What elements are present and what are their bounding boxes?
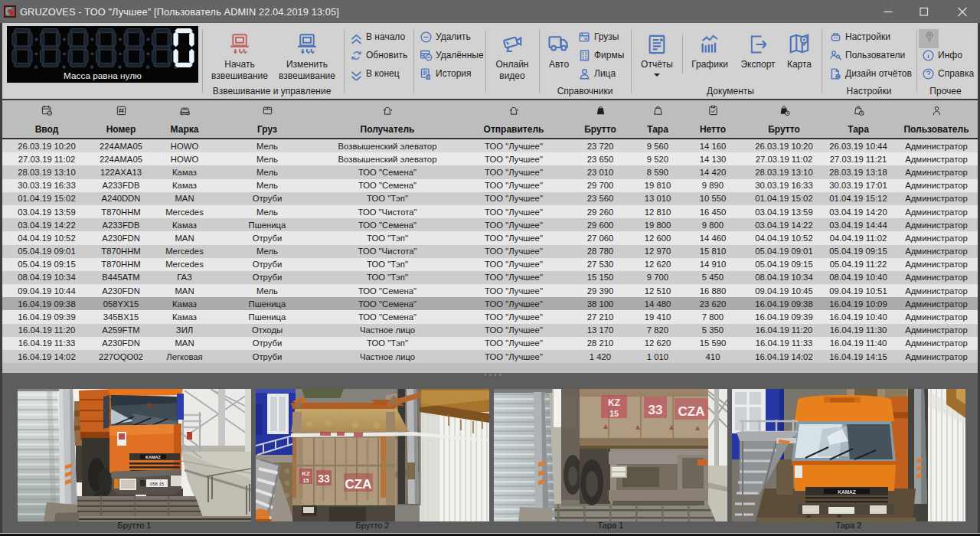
svg-text:CZA: CZA xyxy=(678,404,705,419)
svg-text:KZ: KZ xyxy=(608,397,620,408)
svg-text:15: 15 xyxy=(303,478,309,483)
svg-text:15: 15 xyxy=(609,409,619,418)
svg-text:33: 33 xyxy=(648,403,663,417)
svg-text:KZ: KZ xyxy=(302,470,310,477)
svg-text:KAMAZ: KAMAZ xyxy=(145,455,161,459)
svg-text:058 15: 058 15 xyxy=(150,482,165,486)
svg-text:CZA: CZA xyxy=(345,477,372,492)
svg-text:33: 33 xyxy=(318,472,330,485)
svg-text:KAMAZ: KAMAZ xyxy=(838,489,855,495)
